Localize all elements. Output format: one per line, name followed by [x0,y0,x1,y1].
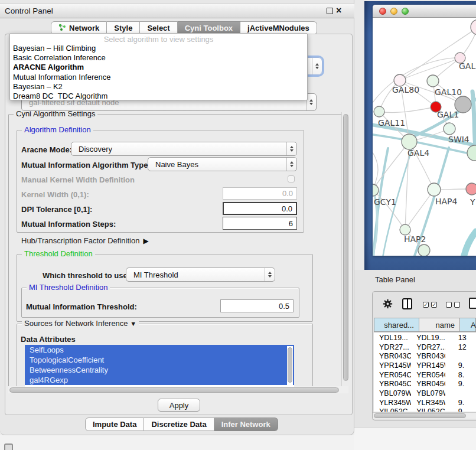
algorithm-option[interactable]: Dream8 DC_TDC Algorithm [10,92,307,100]
attributes-scrollbar[interactable] [287,346,293,385]
mi-steps-value: 6 [289,219,293,228]
network-icon [58,24,66,33]
table-cell[interactable]: 9 [445,407,476,412]
which-threshold-combobox[interactable]: MI Threshold [126,268,275,282]
table-horizontal-scrollbar[interactable] [373,412,476,419]
scrollbar-thumb[interactable] [288,347,292,383]
apply-button[interactable]: Apply [158,399,200,412]
checked-columns-icon[interactable]: ✓✓ [423,302,437,308]
scrollbar-thumb[interactable] [343,114,348,381]
unchecked-columns-icon[interactable] [446,302,460,308]
hub-section-toggle[interactable]: Hub/Transcription Factor Definition▶ [21,236,149,245]
zoom-traffic-light-icon[interactable] [402,8,409,15]
tab-infer-network[interactable]: Infer Network [214,418,278,431]
table-row[interactable]: YLR345WYLR345W9. [374,398,476,407]
tab-discretize-data[interactable]: Discretize Data [144,418,214,431]
docked-panel-icon[interactable] [4,444,13,450]
data-attribute-item[interactable]: BetweennessCentrality [25,365,294,375]
table-body[interactable]: YDL19...YDL19...13YDR27...YDR27...12YBR0… [374,333,476,412]
mi-threshold-field[interactable]: 0.5 [220,299,294,312]
network-node[interactable] [467,145,476,161]
data-attribute-item[interactable]: SelfLoops [25,345,294,355]
network-node[interactable] [471,19,476,35]
apply-label: Apply [169,401,189,410]
table-row[interactable]: YBR045CYBR045C9. [374,379,476,389]
table-cell[interactable]: YBR043C [374,352,411,360]
network-node-hap4[interactable] [428,183,441,196]
minimize-traffic-light-icon[interactable] [390,8,397,15]
table-cell[interactable]: 8. [445,371,476,379]
table-cell[interactable]: 9. [445,380,476,388]
network-node-hap2[interactable] [400,224,410,235]
table-cell[interactable]: 13 [445,334,476,342]
table-cell[interactable]: YDR27... [374,343,411,351]
dpi-tolerance-field[interactable]: 0.0 [223,202,297,215]
kernel-width-field[interactable]: 0.0 [223,187,297,200]
table-cell[interactable]: YBR043C [411,352,445,360]
network-node-swi4[interactable] [444,123,455,135]
network-node-gal11[interactable] [374,106,384,117]
table-cell[interactable]: 9. [445,399,476,407]
data-attributes-label: Data Attributes [21,335,76,344]
table-cell[interactable]: YDL19... [411,334,445,342]
node-label: HAP2 [404,234,426,244]
network-node-gal4[interactable] [402,134,417,149]
network-node[interactable] [418,244,430,256]
table-cell[interactable]: YIL052C [411,407,445,412]
table-row[interactable]: YDL19...YDL19...13 [374,333,476,343]
gear-icon[interactable] [383,299,393,311]
network-canvas[interactable]: GALGAL80GAL10GAL1GAL11SWI4GAL4GCY1HAP4YH… [373,18,476,256]
table-row[interactable]: YPR145WYPR145W9. [374,361,476,370]
manual-kernel-checkbox[interactable] [288,175,295,182]
table-file-icon[interactable] [469,298,476,309]
table-cell[interactable]: YPR145W [411,361,445,370]
mi-steps-field[interactable]: 6 [223,217,297,230]
table-cell[interactable]: YPR145W [374,361,411,370]
mi-algorithm-type-combobox[interactable]: Naive Bayes [148,157,297,171]
algorithm-option[interactable]: Bayesian – Hill Climbing [10,44,307,53]
column-header-clipped[interactable]: A [460,318,476,331]
table-cell[interactable]: YBR045C [374,380,411,388]
table-cell[interactable]: YLR345W [374,399,411,407]
table-row[interactable]: YBL079WYBL079W [374,389,476,398]
split-columns-icon[interactable] [402,298,412,309]
scrollbar-thumb[interactable] [9,387,339,393]
table-cell[interactable]: 12 [445,343,476,351]
float-window-icon[interactable] [327,8,333,14]
network-node-gal80[interactable] [394,74,406,86]
settings-horizontal-scrollbar[interactable] [8,386,348,393]
data-attributes-list[interactable]: SelfLoopsTopologicalCoefficientBetweenne… [25,345,294,387]
aracne-mode-combobox[interactable]: Discovery [71,142,297,156]
tab-impute-data[interactable]: Impute Data [85,418,144,431]
aracne-mode-label: Aracne Mode: [21,145,72,154]
column-header-shared[interactable]: shared... [374,318,419,331]
close-traffic-light-icon[interactable] [379,8,386,15]
algorithm-option[interactable]: Mutual Information Inference [10,73,307,82]
column-header-name[interactable]: name [419,318,460,331]
table-cell[interactable]: YER054C [411,371,445,379]
data-attribute-item[interactable]: gal4RGexp [25,375,294,385]
table-cell[interactable]: YDR27... [411,343,445,351]
algorithm-option[interactable]: Bayesian – K2 [10,82,307,92]
group-title[interactable]: Sources for Network Inference ▼ [22,319,139,328]
network-node-gal10[interactable] [427,75,439,87]
settings-vertical-scrollbar[interactable] [341,112,350,386]
table-cell[interactable]: YDL19... [374,334,411,342]
table-row[interactable]: YER054CYER054C8. [374,370,476,380]
scrollbar-thumb[interactable] [374,413,466,418]
close-icon[interactable]: × [336,5,341,17]
table-cell[interactable]: YIL052C [374,407,411,412]
algorithm-option[interactable]: ARACNE Algorithm [10,63,307,72]
table-row[interactable]: YDR27...YDR27...12 [374,343,476,352]
table-cell[interactable]: YBR045C [411,380,445,388]
table-cell[interactable]: YBL079W [411,389,445,397]
algorithm-option[interactable]: Basic Correlation Inference [10,53,307,63]
table-cell[interactable]: YER054C [374,371,411,379]
data-attribute-item[interactable]: TopologicalCoefficient [25,355,294,365]
table-row[interactable]: YBR043CYBR043C [374,351,476,361]
table-cell[interactable]: YLR345W [411,399,445,407]
table-cell[interactable]: YBL079W [374,389,411,397]
table-row[interactable]: YIL052CYIL052C9 [374,407,476,412]
network-node-y[interactable] [466,183,476,195]
table-cell[interactable]: 9. [445,361,476,370]
